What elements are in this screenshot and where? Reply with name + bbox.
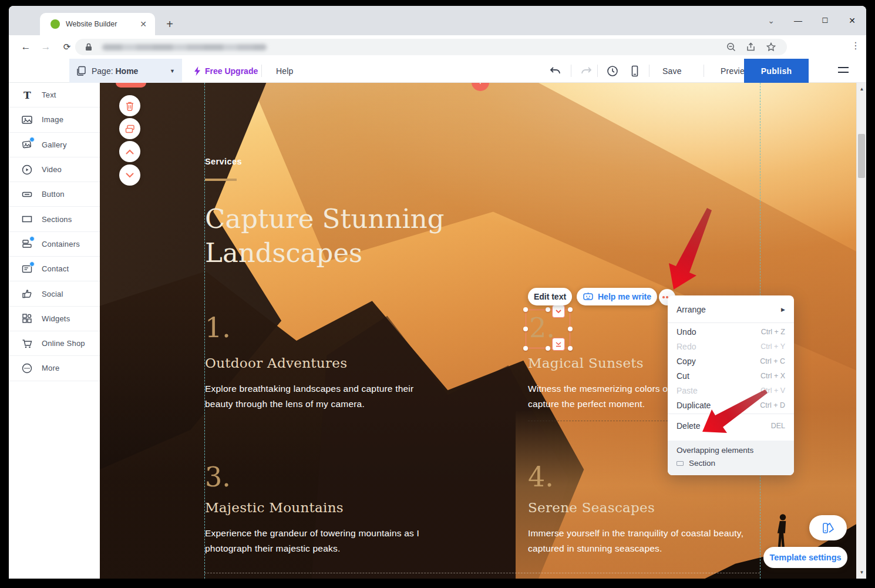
delete-section-button[interactable]: [119, 95, 140, 116]
sidebar-item-more[interactable]: More: [9, 356, 100, 381]
menu-item-arrange[interactable]: Arrange ▶: [668, 298, 794, 321]
close-button[interactable]: ✕: [847, 14, 857, 28]
resize-handle-ne[interactable]: [568, 307, 573, 312]
sidebar-item-gallery[interactable]: Gallery: [9, 133, 100, 157]
sidebar-item-containers[interactable]: Containers: [9, 232, 100, 257]
list-number-3[interactable]: 3.: [205, 462, 231, 492]
bookmark-star-icon[interactable]: [766, 42, 776, 52]
scroll-down-icon[interactable]: ▼: [857, 570, 866, 575]
move-down-button[interactable]: [119, 164, 140, 186]
contact-icon: [21, 263, 33, 275]
sidebar-item-text[interactable]: T Text: [9, 83, 100, 107]
sidebar-item-widgets[interactable]: Widgets: [9, 307, 100, 331]
template-settings-button[interactable]: Template settings: [763, 547, 847, 568]
chevron-down-icon: [556, 310, 561, 313]
forward-icon[interactable]: →: [39, 41, 52, 53]
move-up-button[interactable]: [119, 141, 140, 162]
sidebar-item-video[interactable]: Video: [9, 157, 100, 182]
drag-down-handle[interactable]: [552, 338, 565, 351]
sidebar-item-sections[interactable]: Sections: [9, 207, 100, 231]
section-eyebrow[interactable]: Services: [205, 157, 242, 166]
resize-handle-nw[interactable]: [523, 307, 528, 312]
back-icon[interactable]: ←: [19, 41, 32, 53]
resize-handle-se[interactable]: [568, 346, 573, 351]
undo-icon[interactable]: [549, 65, 562, 78]
chevron-up-icon: [126, 149, 134, 154]
browser-tab[interactable]: Website Builder ✕: [40, 13, 155, 35]
sidebar-item-button[interactable]: Button: [9, 182, 100, 207]
history-icon[interactable]: [606, 65, 619, 78]
overlapping-item-section[interactable]: Section: [677, 459, 785, 468]
duplicate-section-button[interactable]: [119, 118, 140, 139]
item-text-2[interactable]: Witness the mesmerizing colors ocapture …: [528, 381, 668, 412]
address-bar[interactable]: [75, 39, 787, 55]
tab-title: Website Builder: [66, 20, 137, 28]
browser-menu-icon[interactable]: ⋮: [851, 40, 860, 51]
url-text-redacted: [102, 44, 267, 51]
list-number-1[interactable]: 1.: [205, 313, 231, 342]
resize-handle-e[interactable]: [568, 327, 573, 331]
scrollbar-thumb[interactable]: [858, 134, 865, 178]
zoom-out-icon[interactable]: [726, 42, 736, 52]
button-icon: [21, 189, 33, 200]
duplicate-icon: [125, 125, 135, 133]
video-icon: [21, 164, 33, 176]
reload-icon[interactable]: ⟳: [60, 41, 73, 53]
menu-item-delete[interactable]: DeleteDEL: [668, 415, 794, 436]
section-icon: [677, 461, 684, 466]
design-style-button[interactable]: [809, 515, 847, 540]
item-text-3[interactable]: Experience the grandeur of towering moun…: [205, 526, 419, 556]
resize-handle-w[interactable]: [523, 327, 528, 331]
item-title-1[interactable]: Outdoor Adventures: [205, 355, 347, 371]
item-title-4[interactable]: Serene Seascapes: [528, 500, 655, 515]
resize-handle-n[interactable]: [546, 307, 550, 312]
builder-toolbar: Page: Home ▼ Free Upgrade Help Save Prev…: [9, 59, 866, 83]
item-text-4[interactable]: Immerse yourself in the tranquility of c…: [528, 526, 743, 556]
item-title-2[interactable]: Magical Sunsets: [528, 355, 644, 371]
publish-button[interactable]: Publish: [744, 59, 809, 83]
mobile-view-icon[interactable]: [628, 65, 641, 78]
pages-icon: [76, 66, 86, 76]
chevron-down-icon: [126, 173, 134, 178]
minimize-button[interactable]: —: [793, 14, 803, 28]
eyebrow-underline: [205, 179, 237, 181]
item-title-3[interactable]: Majestic Mountains: [205, 500, 344, 515]
list-number-4[interactable]: 4.: [528, 462, 554, 492]
help-button[interactable]: Help: [276, 59, 294, 83]
sidebar-item-social[interactable]: Social: [9, 281, 100, 306]
sidebar-item-image[interactable]: Image: [9, 107, 100, 132]
page-selector[interactable]: Page: Home ▼: [69, 59, 182, 83]
edit-text-button[interactable]: Edit text: [528, 288, 572, 305]
editor-canvas[interactable]: + Services Capture Stunning Landscapes 1…: [100, 83, 856, 579]
scroll-up-icon[interactable]: ▲: [857, 86, 866, 92]
redo-icon[interactable]: [580, 65, 593, 78]
tab-search-icon[interactable]: ⌄: [766, 14, 776, 28]
share-icon[interactable]: [746, 42, 756, 52]
item-text-1[interactable]: Explore breathtaking landscapes and capt…: [205, 381, 413, 412]
menu-item-paste[interactable]: PasteCtrl + V: [668, 383, 794, 398]
free-upgrade-button[interactable]: Free Upgrade: [194, 59, 258, 83]
menu-item-duplicate[interactable]: DuplicateCtrl + D: [668, 398, 794, 412]
save-button[interactable]: Save: [662, 59, 682, 83]
text-icon: T: [21, 89, 33, 101]
page-label: Page: Home: [92, 66, 138, 76]
canvas-scrollbar[interactable]: ▲ ▼: [856, 83, 866, 579]
drag-up-handle[interactable]: [552, 305, 565, 318]
sidebar-item-online-shop[interactable]: Online Shop: [9, 331, 100, 356]
overlapping-elements-panel: Overlapping elements Section: [668, 441, 794, 475]
menu-item-redo[interactable]: RedoCtrl + Y: [668, 339, 794, 354]
help-me-write-button[interactable]: Help me write: [577, 288, 657, 305]
chevron-down-icon: ▼: [170, 68, 175, 74]
section-label-pill[interactable]: [116, 83, 146, 88]
sidebar-item-contact[interactable]: Contact: [9, 257, 100, 281]
menu-item-cut[interactable]: CutCtrl + X: [668, 368, 794, 383]
menu-item-undo[interactable]: UndoCtrl + Z: [668, 324, 794, 339]
resize-handle-sw[interactable]: [523, 346, 528, 351]
new-tab-button[interactable]: +: [163, 17, 177, 31]
menu-item-copy[interactable]: CopyCtrl + C: [668, 354, 794, 368]
section-heading[interactable]: Capture Stunning Landscapes: [205, 202, 445, 270]
resize-handle-s[interactable]: [546, 346, 550, 351]
maximize-button[interactable]: ☐: [820, 14, 830, 28]
tab-close-icon[interactable]: ✕: [137, 19, 149, 29]
builder-menu-icon[interactable]: [838, 67, 849, 76]
